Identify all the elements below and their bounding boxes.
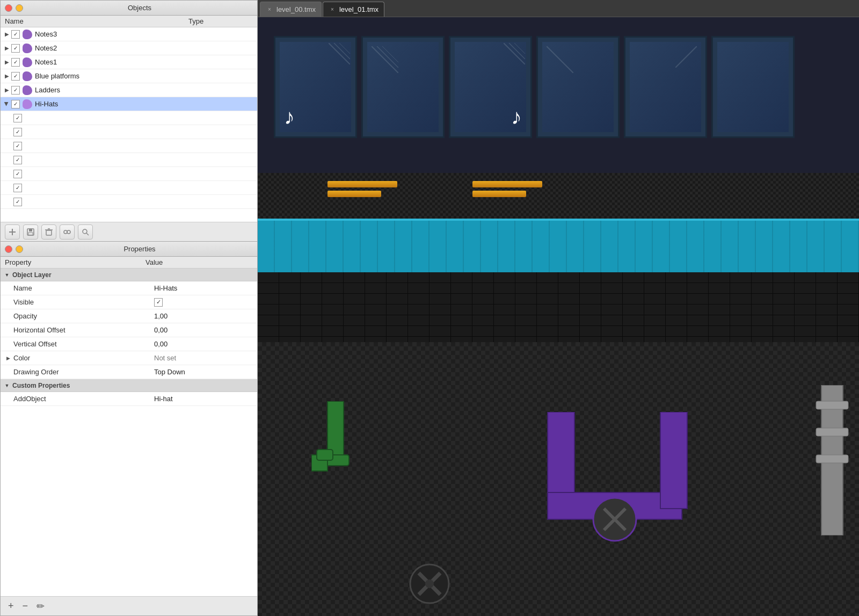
prop-value-name[interactable]: Hi-Hats [150,284,257,292]
svg-line-18 [504,43,525,64]
svg-line-16 [377,46,398,68]
list-item-hi-hats[interactable]: ▶ Hi-Hats [1,97,257,111]
visibility-checkbox[interactable] [13,128,22,136]
expand-arrow[interactable]: ▶ [3,100,11,108]
prop-value-horizontal-offset[interactable]: 0,00 [150,326,257,334]
section-label: Object Layer [12,271,52,279]
prop-value-color[interactable]: Not set [150,354,257,362]
properties-list: ▼ Object Layer Name Hi-Hats Visible Opac… [1,269,257,596]
prop-value-visible[interactable] [150,298,257,307]
visibility-checkbox[interactable] [11,30,20,39]
properties-panel-close[interactable]: × [5,245,12,253]
svg-line-12 [329,43,350,64]
expand-arrow[interactable]: ▶ [3,58,11,67]
prop-row-color: ▶ Color Not set [1,351,257,365]
visibility-checkbox[interactable] [13,142,22,150]
list-item[interactable] [1,153,257,167]
visibility-checkbox[interactable] [11,44,20,53]
svg-rect-36 [816,455,848,463]
svg-rect-35 [816,428,848,436]
visibility-checkbox[interactable] [11,86,20,95]
list-item[interactable] [1,125,257,139]
scene-top: ♪ [258,17,859,173]
visibility-checkbox[interactable] [13,114,22,122]
visibility-checkbox[interactable] [13,198,22,206]
prop-value-addobject[interactable]: Hi-hat [150,395,257,403]
platform-group-2 [472,181,542,197]
svg-line-15 [372,46,398,73]
scene-checkered-band [258,173,859,219]
tab-level-01[interactable]: × level_01.tmx [323,2,384,17]
save-button[interactable] [23,224,38,240]
layer-icon [22,99,33,110]
list-item[interactable]: ▶ Notes3 [1,27,257,41]
list-item[interactable]: ▶ Ladders [1,83,257,97]
layer-label: Notes3 [35,30,255,38]
tab-close-icon[interactable]: × [329,6,336,13]
section-label: Custom Properties [12,382,70,389]
visibility-checkbox[interactable] [13,170,22,178]
visibility-checkbox[interactable] [11,58,20,67]
svg-point-40 [425,579,434,588]
properties-panel-titlebar: × Properties [1,242,257,257]
prop-value-vertical-offset[interactable]: 0,00 [150,340,257,348]
visibility-checkbox[interactable] [11,72,20,81]
delete-button[interactable] [41,224,56,240]
properties-header: Property Value [1,257,257,269]
objects-panel-minimize[interactable] [16,4,23,12]
expand-arrow[interactable]: ▶ [3,72,11,81]
prop-value-drawing-order[interactable]: Top Down [150,368,257,376]
color-expand-arrow[interactable]: ▶ [1,354,11,363]
list-item[interactable]: ▶ Notes1 [1,55,257,69]
objects-panel-close[interactable]: × [5,4,12,12]
layer-icon [22,43,33,54]
list-item[interactable] [1,181,257,195]
objects-header: Name Type [1,16,257,27]
list-item[interactable] [1,139,257,153]
visibility-checkbox[interactable] [11,100,20,108]
tab-level-00[interactable]: × level_00.tmx [260,2,322,17]
platform-bar [327,191,381,197]
section-expand-icon[interactable]: ▼ [4,272,10,278]
svg-rect-29 [660,412,687,509]
expand-arrow[interactable]: ▶ [3,44,11,53]
gray-pipe-icon [811,385,854,535]
svg-line-22 [675,46,697,68]
tab-label: level_01.tmx [339,5,378,13]
visibility-checkbox[interactable] [13,156,22,164]
properties-panel-minimize[interactable] [16,245,23,253]
remove-property-button[interactable]: − [20,599,31,613]
visibility-checkbox[interactable] [13,184,22,192]
list-item[interactable] [1,111,257,125]
tab-close-icon[interactable]: × [266,6,273,13]
prop-name-label: AddObject [1,395,150,403]
visible-checkbox[interactable] [154,298,163,307]
prop-col-property: Property [5,258,145,266]
svg-rect-5 [46,230,52,235]
group-button[interactable] [60,224,75,240]
objects-panel-titlebar: × Objects [1,1,257,16]
game-window [624,36,707,138]
list-item[interactable]: ▶ Notes2 [1,41,257,55]
game-window [361,36,445,138]
section-expand-icon[interactable]: ▼ [4,382,10,389]
objects-col-name: Name [5,17,188,25]
list-item[interactable]: ▶ Blue platforms [1,69,257,83]
list-item[interactable] [1,167,257,181]
expand-arrow[interactable]: ▶ [3,86,11,95]
layer-label: Hi-Hats [35,100,255,108]
edit-property-button[interactable]: ✏ [34,599,47,613]
objects-list: ▶ Notes3 ▶ Notes2 ▶ [1,27,257,222]
add-property-button[interactable]: + [6,599,16,613]
svg-line-11 [86,233,89,235]
svg-rect-1 [12,229,13,235]
list-item[interactable] [1,195,257,209]
search-button[interactable] [78,224,93,240]
expand-arrow[interactable]: ▶ [3,30,11,39]
prop-row-horizontal-offset: Horizontal Offset 0,00 [1,323,257,337]
prop-value-opacity[interactable]: 1,00 [150,312,257,320]
svg-point-10 [83,229,87,234]
layer-label: Ladders [35,86,255,94]
add-layer-button[interactable] [5,224,20,240]
prop-row-vertical-offset: Vertical Offset 0,00 [1,337,257,351]
